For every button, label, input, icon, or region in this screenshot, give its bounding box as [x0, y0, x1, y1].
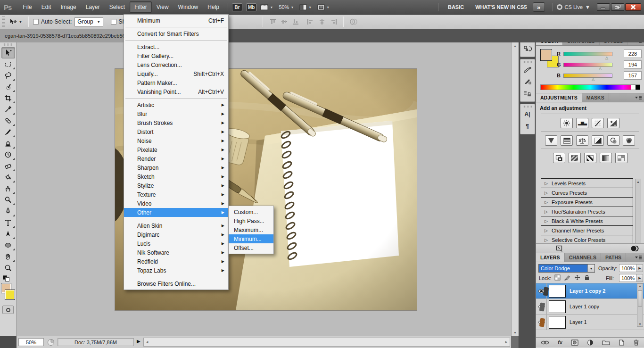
photo-filter-icon[interactable] [607, 135, 619, 146]
zoom-level-dropdown[interactable]: 50% ▼ [279, 4, 294, 10]
menubar-item[interactable]: Edit [37, 1, 56, 13]
auto-select-checkbox[interactable] [33, 19, 39, 25]
layers-scrollbar[interactable]: ▲ ▼ [637, 283, 643, 327]
adjustment-layer-icon[interactable] [587, 340, 594, 346]
new-layer-icon[interactable] [619, 340, 625, 346]
menubar-item[interactable]: Window [173, 1, 203, 13]
expand-triangle-icon[interactable]: ▷ [545, 219, 548, 224]
clone-source-panel-icon[interactable] [521, 88, 534, 99]
spot-healing-brush-tool[interactable] [1, 115, 15, 126]
posterize-icon[interactable] [569, 153, 581, 163]
layer-row[interactable]: Layer 1 copy 2 [536, 283, 644, 299]
auto-align-layers-button[interactable] [349, 18, 358, 26]
layer-name[interactable]: Layer 1 copy [570, 304, 599, 309]
color-spectrum-ramp[interactable] [540, 84, 640, 90]
dock-grip[interactable] [523, 61, 532, 63]
filter-menu-item[interactable]: Lens Correction... ▶ [124, 60, 228, 69]
filter-menu-item[interactable]: Lucis ▶ [124, 239, 228, 248]
expand-triangle-icon[interactable]: ▷ [545, 200, 548, 205]
brush-tool[interactable] [1, 126, 15, 138]
align-bottom-edges-button[interactable] [291, 18, 300, 26]
filter-menu-item[interactable]: ▶ [124, 38, 228, 42]
filter-menu-item[interactable]: Artistic ▶ [124, 100, 228, 109]
filter-menu-item[interactable]: Vanishing Point... Alt+Ctrl+V ▶ [124, 87, 228, 96]
lock-all-icon[interactable] [584, 274, 590, 281]
zoom-tool[interactable] [1, 262, 15, 273]
eyedropper-tool[interactable] [1, 104, 15, 115]
channel-slider-thumb[interactable]: △ [599, 66, 602, 71]
canvas-pasteboard[interactable] [17, 42, 511, 336]
curves-icon[interactable] [592, 118, 604, 128]
minimize-button[interactable] [597, 3, 610, 11]
filter-menu-item[interactable]: Liquify... Shift+Ctrl+X ▶ [124, 69, 228, 78]
background-color-swatch[interactable] [5, 290, 15, 300]
filter-menu-item[interactable]: Minimum Ctrl+F ▶ [124, 16, 228, 25]
color-balance-icon[interactable] [576, 135, 588, 146]
shape-tool[interactable] [1, 240, 15, 251]
status-zoom-field[interactable]: 50% [18, 338, 44, 346]
lasso-tool[interactable] [1, 70, 15, 81]
submenu-item[interactable]: Offset... [229, 243, 273, 252]
menubar-item[interactable]: Help [203, 1, 224, 13]
close-button[interactable] [625, 3, 641, 11]
filter-menu-item[interactable]: Alien Skin ▶ [124, 221, 228, 230]
threshold-icon[interactable] [584, 153, 596, 163]
return-to-list-icon[interactable] [556, 245, 564, 252]
expand-triangle-icon[interactable]: ▷ [545, 228, 548, 233]
filter-menu-item[interactable]: Blur ▶ [124, 109, 228, 118]
link-layers-icon[interactable] [541, 340, 549, 345]
foreground-color-well[interactable] [540, 49, 552, 61]
levels-icon[interactable]: ▂▆▃ [576, 118, 588, 128]
panel-menu-icon[interactable] [635, 255, 642, 260]
menubar-item[interactable]: Select [105, 1, 130, 13]
preset-group-row[interactable]: ▷ Exposure Presets [541, 197, 633, 207]
submenu-item[interactable]: Custom... [229, 207, 273, 216]
character-panel-icon[interactable]: A| [521, 108, 534, 120]
mini-bridge-button[interactable]: Mb [246, 3, 256, 11]
fill-value-field[interactable]: 100% [619, 274, 637, 282]
layer-thumbnail[interactable] [549, 300, 566, 313]
filter-menu-item[interactable]: Pattern Maker... ▶ [124, 78, 228, 87]
lock-transparency-icon[interactable] [554, 274, 561, 281]
menubar-item[interactable]: File [18, 1, 36, 13]
eraser-tool[interactable] [1, 160, 15, 172]
quick-selection-tool[interactable] [1, 81, 15, 92]
screen-mode-dropdown[interactable]: ▼ [317, 4, 330, 10]
filter-menu-item[interactable]: ▶ [124, 96, 228, 100]
filter-menu-item[interactable]: ▶ [124, 275, 228, 279]
bridge-button[interactable]: Br [232, 3, 242, 11]
expand-triangle-icon[interactable]: ▷ [545, 191, 548, 195]
cs-live-dropdown[interactable]: CS Live ▼ [557, 4, 590, 10]
dock-grip[interactable] [523, 106, 532, 108]
align-horizontal-centers-button[interactable] [317, 18, 327, 26]
filter-menu-item[interactable]: Extract... ▶ [124, 42, 228, 51]
filter-menu-item[interactable]: Convert for Smart Filters ▶ [124, 29, 228, 38]
panel-tab[interactable]: PATHS [601, 253, 626, 262]
path-selection-tool[interactable] [1, 228, 15, 240]
filter-menu-item[interactable]: Topaz Labs ▶ [124, 266, 228, 275]
current-tool-preset[interactable]: ▼ [9, 18, 22, 25]
filter-menu-item[interactable]: Nik Software ▶ [124, 248, 228, 257]
panel-tab[interactable]: LAYERS [536, 253, 565, 262]
panel-tab[interactable]: MASKS [582, 93, 609, 102]
submenu-item[interactable]: Maximum... [229, 225, 273, 234]
panel-menu-icon[interactable] [635, 95, 642, 100]
workspace-basic[interactable]: BASIC [448, 4, 464, 10]
dodge-tool[interactable] [1, 194, 15, 206]
smudge-tool[interactable] [1, 183, 15, 194]
filter-menu-item[interactable]: Browse Filters Online... ▶ [124, 279, 228, 288]
status-flyout-arrow[interactable]: ▶ [137, 339, 140, 344]
vertical-scrollbar[interactable]: ▲ ▼ [511, 42, 519, 336]
channel-slider[interactable] [563, 74, 612, 78]
filter-menu-item[interactable]: Distort ▶ [124, 127, 228, 136]
opacity-value-field[interactable]: 100% [619, 264, 637, 272]
history-brush-tool[interactable] [1, 149, 15, 160]
scroll-left-arrow[interactable]: ◄ [145, 340, 149, 344]
channel-slider[interactable] [563, 63, 612, 67]
channel-slider-thumb[interactable]: △ [592, 77, 594, 82]
preset-group-row[interactable]: ▷ Black & White Presets [541, 216, 633, 226]
hue-saturation-icon[interactable] [561, 135, 573, 146]
filter-menu-item[interactable]: Other ▶ [124, 208, 228, 217]
selective-color-icon[interactable] [615, 153, 627, 163]
scroll-down-arrow[interactable]: ▼ [512, 329, 519, 336]
